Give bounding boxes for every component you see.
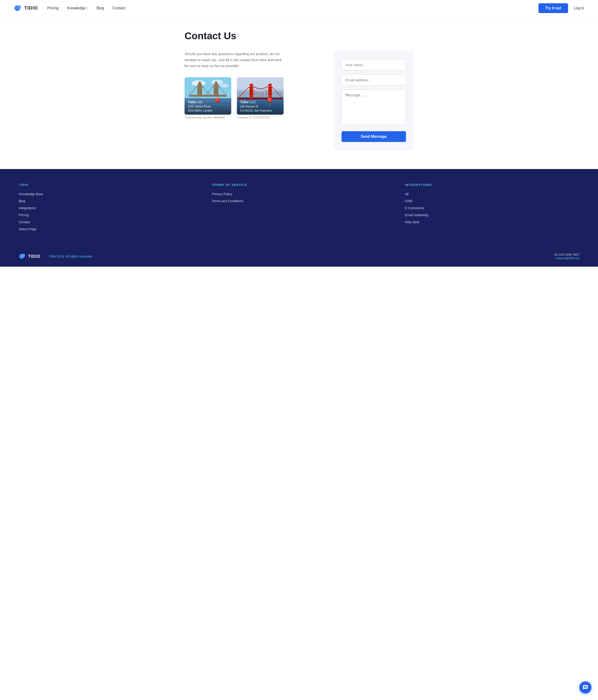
form-message-field bbox=[341, 90, 406, 126]
send-message-button[interactable]: Send Message bbox=[341, 131, 406, 142]
svg-rect-37 bbox=[249, 90, 254, 91]
footer-contact-info: UK 020 3289 7807 support@tidio.net bbox=[554, 253, 579, 260]
footer-col-integrations: INTEGRATIONS All CRM E-Commerce Email ma… bbox=[405, 183, 579, 234]
footer-link-knowledge-base[interactable]: Knowledge Base bbox=[19, 192, 193, 196]
login-button[interactable]: Log in bbox=[574, 6, 584, 10]
footer-tidio-title: TIDIO bbox=[19, 183, 193, 186]
contact-left: Should you have any questions regarding … bbox=[185, 51, 320, 119]
office-london-name: Tidio Ltd. bbox=[188, 100, 228, 104]
footer-email[interactable]: support@tidio.net bbox=[555, 256, 579, 260]
svg-rect-44 bbox=[268, 93, 272, 94]
nav-actions: Try it out Log in bbox=[539, 3, 584, 13]
office-card-london-image: 📍 Tidio Ltd. 220C Blythe RoadW14 00HH, L… bbox=[185, 77, 231, 115]
nav-logo[interactable]: TIDIO bbox=[14, 4, 38, 12]
footer-link-blog[interactable]: Blog bbox=[19, 199, 193, 203]
email-input[interactable] bbox=[341, 74, 406, 85]
footer-link-status-page[interactable]: Status Page bbox=[19, 227, 193, 231]
tidio-logo-icon bbox=[14, 4, 22, 12]
svg-point-55 bbox=[22, 254, 25, 257]
office-london-reg: Company Reg. Number: 08650990 bbox=[185, 116, 231, 119]
svg-rect-11 bbox=[197, 86, 202, 97]
footer-logo-icon bbox=[19, 253, 26, 260]
office-card-sf-overlay: Tidio LLC 180 Steuart StCA 94119, San Fr… bbox=[237, 97, 284, 115]
footer-link-help-desk[interactable]: Help desk bbox=[405, 220, 579, 224]
main-content: Contact Us Should you have any questions… bbox=[170, 16, 428, 169]
office-sf-name: Tidio LLC bbox=[240, 100, 280, 104]
page-title: Contact Us bbox=[185, 30, 413, 42]
footer-col-tos: TERMS OF SERVICE Privacy Policy Terms an… bbox=[212, 183, 386, 234]
footer-link-contact[interactable]: Contact bbox=[19, 220, 193, 224]
footer-tos-title: TERMS OF SERVICE bbox=[212, 183, 386, 186]
office-cards: 📍 Tidio Ltd. 220C Blythe RoadW14 00HH, L… bbox=[185, 77, 320, 119]
footer-phone: UK 020 3289 7807 bbox=[554, 253, 579, 256]
footer-link-crm[interactable]: CRM bbox=[405, 199, 579, 203]
footer-link-ecommerce[interactable]: E-Commerce bbox=[405, 206, 579, 210]
name-input[interactable] bbox=[341, 59, 406, 70]
office-card-london-overlay: Tidio Ltd. 220C Blythe RoadW14 00HH, Lon… bbox=[185, 97, 231, 115]
footer-link-privacy-policy[interactable]: Privacy Policy bbox=[212, 192, 386, 196]
footer-top: TIDIO Knowledge Base Blog Integrations P… bbox=[19, 183, 579, 246]
office-card-sf: 📍 Tidio LLC 180 Steuart StCA 94119, San … bbox=[237, 77, 284, 119]
office-card-london: 📍 Tidio Ltd. 220C Blythe RoadW14 00HH, L… bbox=[185, 77, 231, 119]
office-london-addr: 220C Blythe RoadW14 00HH, London bbox=[188, 104, 228, 113]
form-email-field bbox=[341, 74, 406, 85]
footer-logo: TIDIO bbox=[19, 253, 41, 260]
svg-rect-17 bbox=[214, 86, 218, 97]
office-card-sf-inner: 📍 Tidio LLC 180 Steuart StCA 94119, San … bbox=[237, 77, 284, 115]
footer-integrations-title: INTEGRATIONS bbox=[405, 183, 579, 186]
footer-logo-text: TIDIO bbox=[28, 254, 41, 259]
navbar: TIDIO Pricing Knowledge▾ Blog Contact Tr… bbox=[0, 0, 598, 16]
svg-point-5 bbox=[220, 83, 229, 87]
nav-logo-text: TIDIO bbox=[24, 5, 38, 11]
svg-rect-29 bbox=[237, 77, 284, 89]
message-input[interactable] bbox=[341, 90, 406, 125]
svg-rect-43 bbox=[268, 90, 272, 91]
try-it-out-button[interactable]: Try it out bbox=[539, 3, 568, 13]
footer-link-all[interactable]: All bbox=[405, 192, 579, 196]
svg-rect-38 bbox=[249, 93, 254, 94]
footer-link-terms-and-conditions[interactable]: Terms and Conditions bbox=[212, 199, 386, 203]
svg-point-1 bbox=[17, 5, 21, 9]
nav-links: Pricing Knowledge▾ Blog Contact bbox=[47, 6, 539, 10]
nav-link-contact[interactable]: Contact bbox=[112, 6, 125, 10]
contact-form: Send Message bbox=[334, 51, 413, 150]
office-sf-addr: 180 Steuart StCA 94119, San Francisco bbox=[240, 104, 280, 113]
footer-link-email-marketing[interactable]: Email marketing bbox=[405, 213, 579, 217]
nav-link-pricing[interactable]: Pricing bbox=[47, 6, 58, 10]
office-card-london-inner: 📍 Tidio Ltd. 220C Blythe RoadW14 00HH, L… bbox=[185, 77, 231, 115]
footer-link-integrations[interactable]: Integrations bbox=[19, 206, 193, 210]
office-card-sf-image: 📍 Tidio LLC 180 Steuart StCA 94119, San … bbox=[237, 77, 284, 115]
form-name-field bbox=[341, 59, 406, 70]
footer-link-pricing[interactable]: Pricing bbox=[19, 213, 193, 217]
office-sf-reg: Company ID: 201530310152 bbox=[237, 116, 284, 119]
footer-copyright: Tidio 2019. All rights reserved. bbox=[49, 254, 93, 258]
footer-col-tidio: TIDIO Knowledge Base Blog Integrations P… bbox=[19, 183, 193, 234]
svg-rect-16 bbox=[198, 81, 201, 82]
svg-rect-22 bbox=[215, 81, 217, 82]
footer: TIDIO Knowledge Base Blog Integrations P… bbox=[0, 169, 598, 267]
contact-description: Should you have any questions regarding … bbox=[185, 51, 283, 69]
nav-link-blog[interactable]: Blog bbox=[96, 6, 104, 10]
nav-link-knowledge[interactable]: Knowledge▾ bbox=[67, 6, 88, 10]
footer-bottom: TIDIO Tidio 2019. All rights reserved. U… bbox=[19, 246, 579, 267]
chevron-down-icon: ▾ bbox=[87, 7, 88, 9]
contact-layout: Should you have any questions regarding … bbox=[185, 51, 413, 150]
svg-rect-10 bbox=[189, 95, 226, 97]
